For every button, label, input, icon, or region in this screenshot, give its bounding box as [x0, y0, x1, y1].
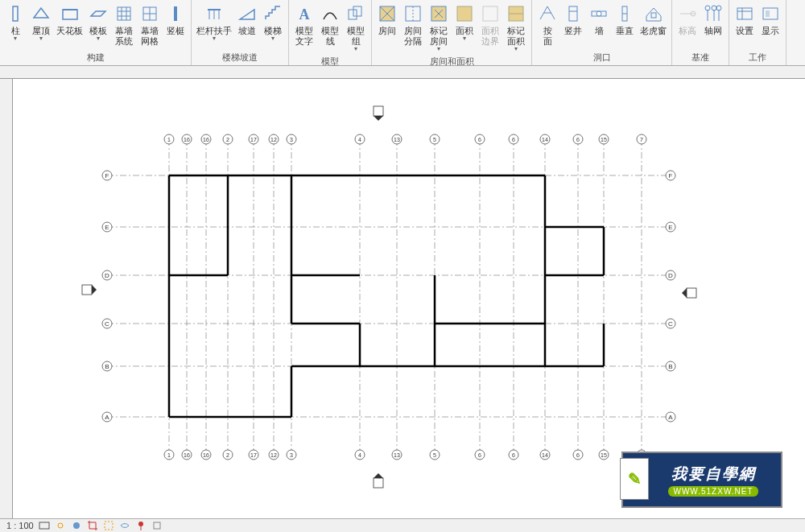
svg-text:6: 6 [576, 452, 580, 458]
shadow-icon[interactable] [71, 520, 82, 531]
ribbon-btn-gridline[interactable]: 轴网 [700, 2, 726, 50]
svg-rect-18 [353, 6, 361, 16]
ribbon-label: 显示 [762, 26, 779, 36]
reveal-icon[interactable] [119, 520, 130, 531]
group-label: 构建 [87, 50, 105, 65]
ribbon-btn-dormer[interactable]: 老虎窗 [638, 2, 669, 50]
ribbon-btn-vertical[interactable]: 垂直 [612, 2, 638, 50]
stair-icon [262, 3, 283, 24]
svg-text:2: 2 [226, 452, 229, 458]
ribbon-btn-roof[interactable]: 屋顶▾ [28, 2, 54, 50]
ribbon-btn-shaft[interactable]: 竖井 [560, 2, 586, 50]
svg-text:6: 6 [478, 137, 481, 142]
svg-point-33 [597, 11, 601, 16]
vertical-icon [614, 3, 635, 24]
ribbon-label: 房间 分隔 [404, 26, 422, 47]
ribbon-group-1: 栏杆扶手▾坡道楼梯▾楼梯坡道 [192, 0, 289, 65]
ribbon-label: 按 面 [543, 26, 552, 47]
ribbon-label: 轴网 [704, 26, 722, 36]
svg-text:C: C [668, 320, 673, 328]
area-icon [454, 3, 475, 24]
ribbon-btn-floor[interactable]: 楼板▾ [85, 2, 111, 50]
svg-text:16: 16 [203, 137, 209, 142]
watermark: ✎ 我要自學網 WWW.51ZXW.NET [621, 452, 782, 508]
ribbon-btn-curtain[interactable]: 幕墙 系统 [111, 2, 137, 50]
svg-text:E: E [668, 224, 672, 231]
ribbon-label: 垂直 [616, 26, 634, 36]
mullion-icon [165, 3, 186, 24]
sun-icon[interactable] [55, 520, 66, 531]
ribbon-label: 模型 组 [347, 26, 365, 47]
watermark-url: WWW.51ZXW.NET [668, 486, 758, 497]
svg-text:A: A [105, 414, 109, 421]
svg-text:2: 2 [226, 137, 229, 142]
ribbon-btn-railing[interactable]: 栏杆扶手▾ [194, 2, 234, 50]
svg-rect-36 [651, 13, 656, 18]
ribbon-label: 标高 [679, 26, 696, 36]
svg-text:A: A [668, 414, 673, 421]
ribbon-btn-byface[interactable]: 按 面 [535, 2, 560, 50]
svg-text:B: B [668, 363, 672, 370]
model-view-icon[interactable] [39, 520, 50, 531]
ribbon-btn-bound[interactable]: 面积 边界 [477, 2, 503, 54]
ribbon-btn-ceiling[interactable]: 天花板 [54, 2, 85, 50]
ribbon-btn-line[interactable]: 模型 线 [317, 2, 343, 54]
dropdown-arrow-icon: ▾ [97, 35, 100, 42]
svg-text:3: 3 [290, 137, 293, 142]
crop-icon[interactable] [87, 520, 98, 531]
svg-rect-25 [457, 6, 472, 21]
ribbon-btn-tag[interactable]: 标记 房间▾ [426, 2, 452, 54]
svg-text:17: 17 [250, 137, 257, 142]
svg-text:14: 14 [542, 452, 548, 458]
dropdown-arrow-icon: ▾ [463, 35, 466, 42]
pin-icon[interactable] [135, 520, 147, 531]
svg-text:13: 13 [394, 137, 400, 142]
ribbon-btn-ramp[interactable]: 坡道 [234, 2, 260, 50]
svg-rect-181 [687, 288, 696, 298]
ribbon-btn-text[interactable]: A模型 文字 [291, 2, 317, 54]
svg-rect-48 [763, 8, 778, 19]
svg-text:15: 15 [601, 137, 607, 142]
shaft-icon [563, 3, 584, 24]
text-icon: A [294, 3, 315, 24]
room-icon [377, 3, 398, 24]
svg-point-186 [138, 522, 143, 526]
ribbon-btn-settings[interactable]: 设置 [732, 2, 758, 50]
ribbon-btn-mullion[interactable]: 竖梃 [163, 2, 188, 50]
ribbon-group-4: 按 面竖井墙垂直老虎窗洞口 [532, 0, 672, 65]
svg-text:4: 4 [358, 452, 361, 458]
ribbon-btn-level[interactable]: 标高 [675, 2, 700, 50]
ribbon-btn-group[interactable]: 模型 组▾ [343, 2, 369, 54]
ribbon-btn-column[interactable]: 柱▾ [2, 2, 28, 50]
ribbon-btn-grid[interactable]: 幕墙 网格 [137, 2, 163, 50]
svg-rect-179 [374, 478, 383, 488]
svg-rect-11 [174, 6, 177, 21]
svg-rect-17 [349, 10, 357, 19]
ribbon-btn-separator[interactable]: 房间 分隔 [400, 2, 426, 54]
ribbon-btn-room[interactable]: 房间 [374, 2, 400, 54]
line-icon [320, 3, 341, 24]
svg-rect-178 [374, 106, 383, 116]
scale-label[interactable]: 1 : 100 [6, 521, 34, 530]
svg-rect-187 [154, 522, 160, 529]
ruler-vertical [0, 79, 13, 518]
svg-text:F: F [669, 172, 673, 179]
ribbon-label: 标记 面积 [507, 26, 525, 47]
ribbon-btn-wall[interactable]: 墙 [586, 2, 612, 50]
svg-rect-180 [82, 285, 92, 295]
svg-rect-1 [63, 10, 77, 19]
ribbon-btn-show[interactable]: 显示 [758, 2, 783, 50]
link-icon[interactable] [151, 520, 163, 531]
ribbon-btn-stair[interactable]: 楼梯▾ [260, 2, 286, 50]
ramp-icon [237, 3, 258, 24]
gridline-icon [703, 3, 724, 24]
ribbon-btn-tagarea[interactable]: 标记 面积▾ [503, 2, 529, 54]
ribbon-btn-area[interactable]: 面积▾ [452, 2, 477, 54]
svg-rect-49 [766, 10, 770, 17]
svg-rect-3 [118, 7, 130, 20]
dropdown-arrow-icon: ▾ [514, 45, 518, 52]
column-icon [5, 3, 26, 24]
svg-text:16: 16 [203, 452, 209, 458]
wall-icon [588, 3, 609, 24]
hide-icon[interactable] [103, 520, 114, 531]
